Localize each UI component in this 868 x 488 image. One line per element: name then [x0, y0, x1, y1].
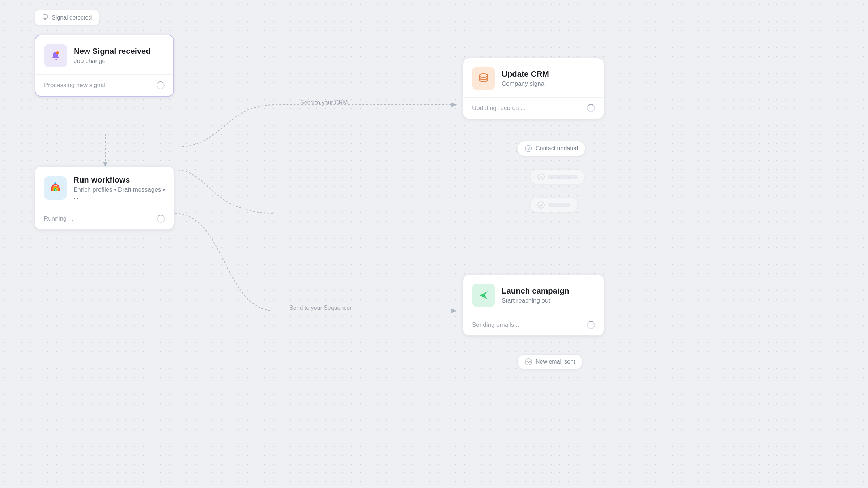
new-signal-subtitle: Job change	[74, 57, 151, 65]
check-icon-1	[525, 145, 532, 152]
run-workflows-title: Run workflows	[73, 175, 165, 185]
svg-point-5	[54, 182, 56, 184]
signal-detected-label: Signal detected	[52, 14, 92, 21]
svg-point-6	[480, 74, 488, 77]
new-signal-card: New Signal received Job change Processin…	[35, 35, 174, 97]
email-icon	[525, 358, 532, 365]
status-badge-2	[530, 169, 585, 184]
new-email-sent-label: New email sent	[536, 359, 575, 365]
run-workflows-subtitle: Enrich profiles • Draft messages • ...	[73, 186, 165, 201]
run-workflows-card: Run workflows Enrich profiles • Draft me…	[35, 166, 174, 230]
send-to-crm-label: Send to your CRM	[300, 99, 348, 106]
check-icon-3	[537, 201, 545, 209]
new-signal-title: New Signal received	[74, 47, 151, 56]
new-signal-footer: Processing new signal	[44, 82, 105, 89]
update-crm-title: Update CRM	[502, 69, 549, 79]
contact-updated-badge: Contact updated	[517, 141, 586, 156]
update-crm-card: Update CRM Company signal Updating recor…	[463, 58, 604, 119]
check-icon-2	[537, 173, 545, 180]
svg-rect-8	[527, 361, 530, 363]
status-badge-3	[530, 197, 578, 213]
launch-campaign-card: Launch campaign Start reaching out Sendi…	[463, 275, 604, 336]
update-crm-subtitle: Company signal	[502, 80, 549, 87]
new-signal-spinner	[157, 81, 165, 89]
database-icon	[472, 67, 495, 90]
workflow-icon	[44, 176, 67, 200]
bell-icon	[44, 44, 67, 67]
send-icon	[472, 284, 495, 307]
run-workflows-footer: Running ...	[44, 215, 73, 222]
run-workflows-spinner	[157, 215, 165, 223]
launch-campaign-footer: Sending emails ...	[472, 321, 521, 329]
launch-campaign-title: Launch campaign	[502, 286, 569, 296]
update-crm-footer: Updating records ...	[472, 104, 526, 112]
update-crm-spinner	[587, 104, 595, 112]
new-email-sent-badge: New email sent	[517, 354, 583, 369]
signal-detected-pill: Signal detected	[35, 10, 99, 25]
svg-point-4	[56, 51, 59, 54]
contact-updated-label: Contact updated	[536, 145, 578, 152]
svg-rect-1	[43, 15, 47, 18]
launch-campaign-subtitle: Start reaching out	[502, 297, 569, 304]
signal-pill-icon	[42, 14, 48, 21]
send-to-sequencer-label: Send to your Sequencer	[289, 305, 352, 311]
launch-campaign-spinner	[587, 321, 595, 329]
